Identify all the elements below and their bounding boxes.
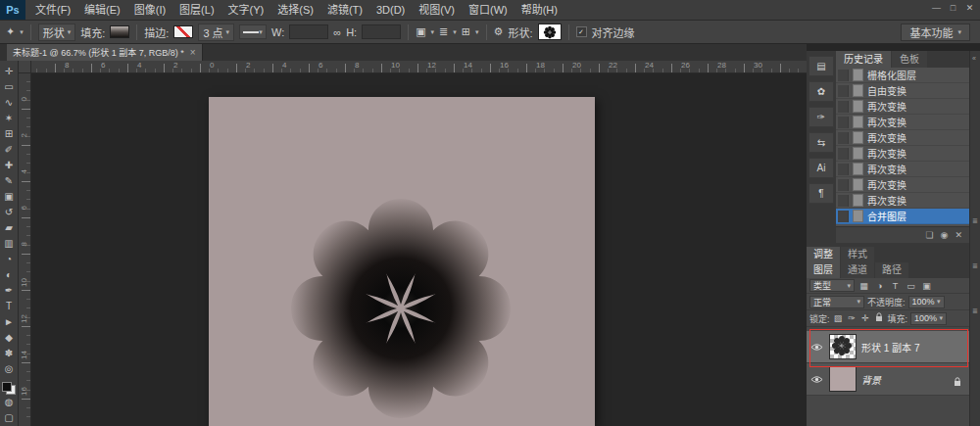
eyedropper-tool-icon[interactable]: ✐ xyxy=(0,141,19,157)
menu-layer[interactable]: 图层(L) xyxy=(172,0,220,20)
quick-mask-icon[interactable]: ◍ xyxy=(0,395,19,410)
type-tool-icon[interactable]: T xyxy=(0,298,19,313)
current-tool-icon[interactable]: ✦ xyxy=(6,25,15,38)
menu-select[interactable]: 选择(S) xyxy=(270,0,320,20)
history-item[interactable]: 再次变换 xyxy=(836,130,969,146)
panel-menu-icon[interactable]: ≣ xyxy=(972,308,978,315)
history-source-checkbox[interactable] xyxy=(838,132,849,144)
width-input[interactable] xyxy=(289,24,328,39)
align-edges-checkbox[interactable]: ✓ xyxy=(576,26,587,37)
foreground-background-color-swatches[interactable] xyxy=(2,382,16,395)
tab-swatches[interactable]: 色板 xyxy=(892,51,927,68)
fill-opacity-dropdown[interactable]: 100% ▾ xyxy=(910,312,947,325)
tab-paths[interactable]: 路径 xyxy=(875,262,908,278)
path-operations-icon[interactable]: ▣ xyxy=(416,25,425,38)
blend-mode-dropdown[interactable]: 正常 ▾ xyxy=(809,296,864,308)
marquee-tool-icon[interactable]: ▭ xyxy=(0,78,19,94)
clone-stamp-tool-icon[interactable]: ▣ xyxy=(0,188,19,204)
history-item[interactable]: 再次变换 xyxy=(836,115,969,130)
filter-shape-layers-icon[interactable]: ▭ xyxy=(905,281,917,291)
history-source-checkbox[interactable] xyxy=(838,179,849,191)
tab-layers[interactable]: 图层 xyxy=(807,262,840,278)
workspace-switcher-button[interactable]: 基本功能 ▾ xyxy=(901,24,970,41)
history-item[interactable]: 再次变换 xyxy=(836,162,969,177)
close-button[interactable]: ✕ xyxy=(961,0,978,16)
history-item[interactable]: 再次变换 xyxy=(836,193,969,209)
healing-brush-tool-icon[interactable]: ✚ xyxy=(0,157,19,172)
vertical-ruler[interactable]: 0 2 4 6 8 10 12 14 16 xyxy=(19,72,31,426)
tab-channels[interactable]: 通道 xyxy=(841,262,874,278)
custom-shape-swatch[interactable] xyxy=(538,24,562,40)
document-tab[interactable]: 未标题-1 @ 66.7% (形状 1 副本 7, RGB/8) * × xyxy=(7,44,203,61)
panel-menu-icon[interactable]: ≣ xyxy=(972,217,978,225)
history-source-checkbox[interactable] xyxy=(838,164,849,175)
history-source-checkbox[interactable] xyxy=(838,195,849,207)
history-item[interactable]: 自由变换 xyxy=(836,83,969,99)
path-arrangement-icon[interactable]: ⊞ xyxy=(462,25,470,38)
stroke-type-dropdown[interactable]: ▾ xyxy=(239,24,267,39)
foreground-color-chip[interactable] xyxy=(2,382,12,392)
horizontal-ruler[interactable]: 8 6 4 2 0 2 4 6 8 10 12 14 16 18 20 22 2… xyxy=(19,61,807,73)
history-source-checkbox[interactable] xyxy=(838,148,849,160)
shape-mode-dropdown[interactable]: 形状 ▾ xyxy=(38,24,76,41)
height-input[interactable] xyxy=(362,24,401,39)
gear-icon[interactable]: ⚙ xyxy=(494,25,504,38)
lock-transparent-pixels-icon[interactable]: ▨ xyxy=(833,313,844,323)
brush-panel-icon[interactable]: ✑ xyxy=(808,107,834,127)
history-source-checkbox[interactable] xyxy=(838,117,849,128)
close-icon[interactable]: × xyxy=(190,47,196,58)
history-item[interactable]: 再次变换 xyxy=(836,146,969,162)
menu-help[interactable]: 帮助(H) xyxy=(514,0,564,20)
stroke-width-dropdown[interactable]: 3 点 ▾ xyxy=(198,24,234,41)
path-selection-tool-icon[interactable]: ► xyxy=(0,314,19,330)
history-source-checkbox[interactable] xyxy=(838,70,849,81)
lock-image-pixels-icon[interactable]: ✑ xyxy=(847,313,858,323)
minimize-button[interactable]: — xyxy=(928,0,945,16)
layer-row-background[interactable]: 背景 xyxy=(807,363,969,396)
filter-type-layers-icon[interactable]: T xyxy=(889,281,902,291)
character-panel-icon[interactable]: Ai xyxy=(808,158,834,178)
swatches-panel-icon[interactable]: ▤ xyxy=(808,56,834,76)
menu-3d[interactable]: 3D(D) xyxy=(369,0,412,20)
history-item-selected[interactable]: 合并图层 xyxy=(836,209,969,224)
menu-edit[interactable]: 编辑(E) xyxy=(77,0,127,20)
history-item[interactable]: 再次变换 xyxy=(836,177,969,193)
gradient-tool-icon[interactable]: ▥ xyxy=(0,235,19,251)
transform-panel-icon[interactable]: ⇆ xyxy=(808,132,834,153)
document-canvas[interactable] xyxy=(209,97,595,426)
pen-tool-icon[interactable]: ✒ xyxy=(0,282,19,298)
stroke-swatch[interactable] xyxy=(173,25,193,38)
history-item[interactable]: 再次变换 xyxy=(836,99,969,115)
brush-tool-icon[interactable]: ✎ xyxy=(0,172,19,188)
filter-smart-objects-icon[interactable]: ▣ xyxy=(920,281,933,291)
lock-position-icon[interactable]: ✛ xyxy=(860,313,871,323)
link-dimensions-icon[interactable]: ∞ xyxy=(333,26,341,38)
menu-view[interactable]: 视图(V) xyxy=(412,0,462,20)
menu-image[interactable]: 图像(I) xyxy=(127,0,172,20)
path-alignment-icon[interactable]: ≣ xyxy=(439,25,448,38)
collapse-panels-icon[interactable]: « xyxy=(972,55,976,62)
lock-all-icon[interactable] xyxy=(874,312,885,324)
layer-name[interactable]: 背景 xyxy=(861,372,881,387)
history-brush-tool-icon[interactable]: ↺ xyxy=(0,204,19,219)
brush-presets-panel-icon[interactable]: ✿ xyxy=(808,81,834,102)
maximize-button[interactable]: □ xyxy=(945,0,961,16)
shape-tool-icon[interactable]: ◆ xyxy=(0,330,19,346)
eraser-tool-icon[interactable]: ▰ xyxy=(0,219,19,235)
menu-window[interactable]: 窗口(W) xyxy=(462,0,514,20)
filter-adjustment-layers-icon[interactable]: ◑ xyxy=(873,281,886,291)
layer-thumbnail[interactable] xyxy=(829,366,857,392)
tab-styles[interactable]: 样式 xyxy=(841,247,874,262)
dock-edge-strip[interactable]: « ≣ ≣ ≣ xyxy=(969,51,980,426)
screen-mode-icon[interactable]: ▢ xyxy=(0,410,19,426)
new-document-from-state-icon[interactable]: ❏ xyxy=(926,230,934,240)
move-tool-icon[interactable]: ✛ xyxy=(0,63,19,78)
quick-selection-tool-icon[interactable]: ✶ xyxy=(0,110,19,125)
history-item[interactable]: 栅格化图层 xyxy=(836,68,969,83)
hand-tool-icon[interactable]: ✽ xyxy=(0,346,19,361)
menu-file[interactable]: 文件(F) xyxy=(28,0,77,20)
menu-type[interactable]: 文字(Y) xyxy=(221,0,271,20)
history-source-checkbox[interactable] xyxy=(838,85,849,97)
panel-menu-icon[interactable]: ≣ xyxy=(972,262,978,270)
tab-history[interactable]: 历史记录 xyxy=(836,51,891,68)
